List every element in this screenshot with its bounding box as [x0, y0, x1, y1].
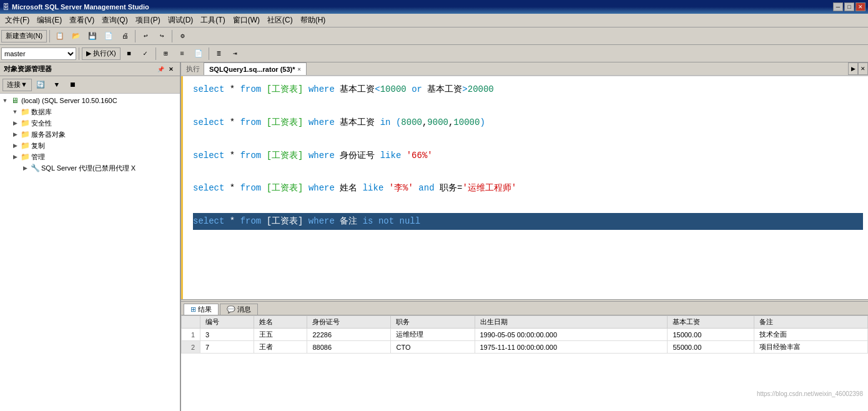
sql-line-blank-3 [193, 164, 863, 180]
main-layout: 对象资源管理器 📌 ✕ 连接▼ 🔄 ▼ ⏹ ▼ 🖥 (local) (SQL S… [0, 62, 868, 411]
expander-replication[interactable]: ▶ [10, 141, 20, 151]
query-editor[interactable]: select * from [工资表] where 基本工资<10000 or … [181, 76, 868, 299]
cell-id-1: 3 [200, 329, 254, 341]
minimize-button[interactable]: ─ [833, 2, 843, 11]
results-table: 编号 姓名 身份证号 职务 出生日期 基本工资 备注 1 3 [181, 315, 868, 354]
col-header-idnum: 身份证号 [307, 316, 391, 329]
messages-icon: 💬 [227, 305, 235, 314]
expander-server-objects[interactable]: ▶ [10, 129, 20, 139]
cell-idnum-1: 22286 [307, 329, 391, 341]
menu-item-p[interactable]: 项目(P) [132, 14, 164, 27]
refresh-btn[interactable]: 🔄 [33, 78, 48, 92]
connect-button[interactable]: 连接▼ [2, 79, 32, 91]
menu-item-t[interactable]: 工具(T) [197, 14, 229, 27]
title-bar: 🗄 Microsoft SQL Server Management Studio… [0, 0, 868, 14]
file-btn[interactable]: 📄 [191, 47, 206, 61]
connect-label: 连接▼ [7, 80, 27, 89]
expander-server[interactable]: ▼ [0, 96, 10, 106]
object-explorer-title: 对象资源管理器 [4, 64, 52, 74]
server-objects-label: 服务器对象 [31, 130, 66, 139]
cell-name-1: 王五 [254, 329, 307, 341]
stop-btn[interactable]: ■ [122, 47, 137, 61]
new-query-label: 新建查询(N) [6, 31, 42, 41]
messages-tab-label: 消息 [237, 305, 251, 314]
watermark: https://blog.csdn.net/weixin_46002398 [757, 390, 863, 397]
row-num-2: 2 [182, 341, 200, 354]
messages-tab[interactable]: 💬 消息 [220, 304, 258, 315]
format-btn[interactable]: ≣ [212, 47, 227, 61]
folder-replication-icon: 📁 [20, 141, 30, 151]
tree-item-server-objects[interactable]: ▶ 📁 服务器对象 [0, 129, 180, 140]
tree-item-server[interactable]: ▼ 🖥 (local) (SQL Server 10.50.160C [0, 95, 180, 106]
new-query-button[interactable]: 新建查询(N) [1, 30, 47, 42]
grid-btn[interactable]: ⊞ [159, 47, 174, 61]
separator-5 [155, 47, 156, 60]
cell-idnum-2: 88086 [307, 341, 391, 354]
toolbar-btn-3[interactable]: 💾 [85, 29, 100, 43]
cell-birthdate-1: 1990-05-05 00:00:00.000 [475, 329, 668, 341]
expander-management[interactable]: ▶ [10, 152, 20, 162]
toolbar-btn-5[interactable]: 🖨 [117, 29, 132, 43]
col-header-rownum [182, 316, 200, 329]
toolbar-btn-1[interactable]: 📋 [52, 29, 67, 43]
toolbar-row-1: 新建查询(N) 📋 📂 💾 📄 🖨 ↩ ↪ ⚙ [0, 27, 868, 45]
col-header-salary: 基本工资 [668, 316, 754, 329]
toolbar-btn-4[interactable]: 📄 [101, 29, 116, 43]
sql-line-blank-4 [193, 197, 863, 213]
parse-btn[interactable]: ✓ [138, 47, 153, 61]
menu-item-e[interactable]: 编辑(E) [33, 14, 66, 27]
tree-item-security[interactable]: ▶ 📁 安全性 [0, 117, 180, 129]
expander-databases[interactable]: ▼ [10, 107, 20, 117]
separator-1 [49, 30, 50, 42]
stop-obj-btn[interactable]: ⏹ [66, 78, 81, 92]
exec-label: 执行(X) [93, 49, 116, 58]
col-header-remark: 备注 [754, 316, 867, 329]
query-tab[interactable]: SQLQuery1.sq...rator (53)* × [204, 62, 307, 75]
app-icon: 🗄 [2, 3, 9, 11]
folder-server-objects-icon: 📁 [20, 129, 30, 139]
tree-item-management[interactable]: ▶ 📁 管理 [0, 151, 180, 162]
tab-scroll-right[interactable]: ▶ [848, 62, 858, 75]
toolbar-btn-2[interactable]: 📂 [69, 29, 84, 43]
text-btn[interactable]: ≡ [175, 47, 190, 61]
tree-item-sql-agent[interactable]: ▶ 🔧 SQL Server 代理(已禁用代理 X [0, 162, 180, 174]
separator-6 [209, 47, 209, 60]
menu-item-w[interactable]: 窗口(W) [229, 14, 264, 27]
toolbar-btn-7[interactable]: ↪ [154, 29, 169, 43]
tab-bar: 执行 SQLQuery1.sq...rator (53)* × ▶ ✕ [181, 62, 868, 76]
cell-birthdate-2: 1975-11-11 00:00:00.000 [475, 341, 668, 354]
menu-item-v[interactable]: 查看(V) [66, 14, 98, 27]
menu-item-d[interactable]: 调试(D) [164, 14, 197, 27]
results-tabs: ⊞ 结果 💬 消息 [181, 302, 868, 315]
tree-item-replication[interactable]: ▶ 📁 复制 [0, 140, 180, 151]
menu-item-q[interactable]: 查询(Q) [98, 14, 131, 27]
tree-item-databases[interactable]: ▼ 📁 数据库 [0, 106, 180, 117]
indent-btn[interactable]: ⇥ [228, 47, 243, 61]
close-button[interactable]: ✕ [856, 2, 866, 11]
toolbar-btn-6[interactable]: ↩ [138, 29, 153, 43]
tab-close-button[interactable]: × [298, 66, 301, 72]
window-controls[interactable]: ─ □ ✕ [833, 2, 866, 11]
menu-item-h[interactable]: 帮助(H) [297, 14, 330, 27]
results-tab[interactable]: ⊞ 结果 [184, 304, 219, 315]
table-row[interactable]: 1 3 王五 22286 运维经理 1990-05-05 00:00:00.00… [182, 329, 868, 341]
filter-btn[interactable]: ▼ [49, 78, 64, 92]
sql-line-4: select * from [工资表] where 姓名 like '李%' a… [193, 180, 863, 196]
folder-management-icon: 📁 [20, 152, 30, 162]
expander-security[interactable]: ▶ [10, 118, 20, 128]
menu-item-c[interactable]: 社区(C) [264, 14, 297, 27]
close-all-tabs-button[interactable]: ✕ [858, 62, 868, 75]
object-explorer-header: 对象资源管理器 📌 ✕ [0, 62, 180, 76]
expander-sql-agent[interactable]: ▶ [20, 163, 30, 173]
execute-button[interactable]: ▶ 执行(X) [82, 47, 121, 60]
panel-pin-button[interactable]: 📌 [155, 64, 165, 74]
table-row[interactable]: 2 7 王者 88086 CTO 1975-11-11 00:00:00.000… [182, 341, 868, 354]
panel-close-button[interactable]: ✕ [166, 64, 176, 74]
folder-databases-icon: 📁 [20, 107, 30, 117]
menu-item-f[interactable]: 文件(F) [1, 14, 33, 27]
toolbar-btn-8[interactable]: ⚙ [175, 29, 190, 43]
col-header-name: 姓名 [254, 316, 307, 329]
panel-buttons[interactable]: 📌 ✕ [155, 64, 176, 74]
maximize-button[interactable]: □ [844, 2, 854, 11]
database-selector[interactable]: master [1, 47, 76, 60]
